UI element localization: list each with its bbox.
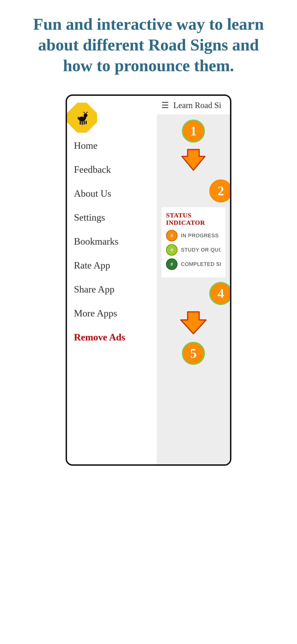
main-content: ☰ Learn Road Si 1 xyxy=(157,96,230,464)
app-header: ☰ Learn Road Si xyxy=(157,96,230,115)
arrow-1 xyxy=(162,147,226,175)
status-label-completed: COMPLETED SECTION xyxy=(181,261,221,267)
status-circle-completed: # xyxy=(166,258,178,270)
step-2-row: 2 xyxy=(162,180,226,202)
svg-rect-4 xyxy=(80,121,81,124)
step-5-row: 5 xyxy=(162,342,226,365)
arrow-2 xyxy=(162,310,226,337)
road-content: 1 2 STATUS INDICAT xyxy=(157,115,230,464)
phone-frame: Home Feedback About Us Settings Bookmark… xyxy=(66,94,232,466)
svg-marker-14 xyxy=(181,312,206,334)
step-circle-1: 1 xyxy=(182,120,205,142)
step-circle-4: 4 xyxy=(209,282,230,305)
step-4-row: 4 xyxy=(162,282,226,305)
sidebar-item-about-us[interactable]: About Us xyxy=(67,182,157,206)
sidebar-item-bookmarks[interactable]: Bookmarks xyxy=(67,230,157,253)
status-circle-study: # xyxy=(166,244,178,256)
sidebar: Home Feedback About Us Settings Bookmark… xyxy=(67,96,157,464)
sidebar-item-feedback[interactable]: Feedback xyxy=(67,158,157,182)
page-tagline: Fun and interactive way to learn about d… xyxy=(22,14,275,76)
step-1-row: 1 xyxy=(162,120,226,142)
hamburger-icon[interactable]: ☰ xyxy=(162,100,169,110)
svg-rect-3 xyxy=(84,116,86,119)
app-logo xyxy=(67,103,157,134)
sidebar-nav: Home Feedback About Us Settings Bookmark… xyxy=(67,134,157,349)
sidebar-item-settings[interactable]: Settings xyxy=(67,206,157,230)
svg-rect-6 xyxy=(84,121,85,124)
sidebar-item-home[interactable]: Home xyxy=(67,134,157,158)
sidebar-item-rate-app[interactable]: Rate App xyxy=(67,253,157,277)
status-row-in-progress: # IN PROGRESS xyxy=(166,230,221,242)
status-title: STATUS INDICATOR xyxy=(166,212,221,226)
step-circle-5: 5 xyxy=(182,342,205,365)
step-circle-2: 2 xyxy=(209,180,230,202)
status-row-study: # STUDY OR QUIZ COMP xyxy=(166,244,221,256)
status-label-in-progress: IN PROGRESS xyxy=(181,233,219,238)
sidebar-item-share-app[interactable]: Share App xyxy=(67,277,157,301)
svg-rect-5 xyxy=(82,121,83,125)
svg-point-12 xyxy=(78,117,80,120)
status-circle-in-progress: # xyxy=(166,230,178,242)
status-section: STATUS INDICATOR # IN PROGRESS # STUDY O… xyxy=(162,207,226,277)
phone-inner: Home Feedback About Us Settings Bookmark… xyxy=(67,96,230,464)
page-wrapper: Fun and interactive way to learn about d… xyxy=(0,0,297,484)
sidebar-item-remove-ads[interactable]: Remove Ads xyxy=(67,325,157,349)
app-title: Learn Road Si xyxy=(173,100,221,110)
status-row-completed: # COMPLETED SECTION xyxy=(166,258,221,270)
status-label-study: STUDY OR QUIZ COMP xyxy=(181,247,221,253)
sidebar-item-more-apps[interactable]: More Apps xyxy=(67,301,157,325)
svg-marker-13 xyxy=(182,150,205,170)
svg-rect-7 xyxy=(86,121,87,124)
